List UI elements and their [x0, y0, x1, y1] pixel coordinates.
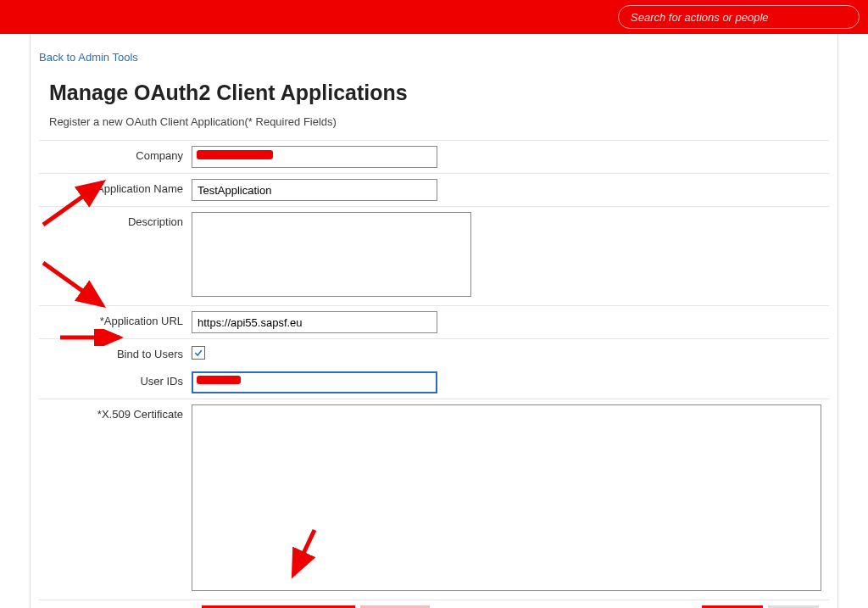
- description-field[interactable]: [192, 212, 471, 297]
- row-app-name: *Application Name: [39, 173, 829, 206]
- certificate-field[interactable]: [192, 404, 821, 591]
- page-subtitle: Register a new OAuth Client Application(…: [49, 115, 829, 128]
- user-ids-redaction: [197, 376, 241, 384]
- search-wrap: [618, 5, 860, 29]
- page-container: Back to Admin Tools Manage OAuth2 Client…: [30, 34, 838, 608]
- oauth-form: Company *Application Name Description *A…: [39, 140, 829, 600]
- row-user-ids: User IDs: [39, 366, 829, 399]
- label-user-ids: User IDs: [39, 368, 192, 397]
- row-bind-users: Bind to Users: [39, 338, 829, 366]
- back-to-admin-link[interactable]: Back to Admin Tools: [39, 51, 138, 64]
- row-app-url: *Application URL: [39, 305, 829, 338]
- checkmark-icon: [193, 348, 203, 358]
- label-bind-users: Bind to Users: [39, 341, 192, 365]
- page-title: Manage OAuth2 Client Applications: [49, 81, 829, 105]
- bind-to-users-checkbox[interactable]: [192, 346, 205, 360]
- application-name-field[interactable]: [192, 179, 437, 201]
- row-company: Company: [39, 140, 829, 173]
- label-description: Description: [39, 209, 192, 304]
- label-app-url: *Application URL: [39, 308, 192, 337]
- top-bar: [0, 0, 868, 34]
- label-company: Company: [39, 142, 192, 171]
- label-certificate: *X.509 Certificate: [39, 401, 192, 598]
- row-certificate: *X.509 Certificate: [39, 399, 829, 600]
- application-url-field[interactable]: [192, 311, 437, 333]
- company-redaction: [197, 150, 273, 159]
- row-description: Description: [39, 206, 829, 305]
- search-input[interactable]: [629, 10, 849, 25]
- label-app-name: *Application Name: [39, 176, 192, 204]
- button-row: Generate X.509 Certificate Download Regi…: [39, 600, 829, 608]
